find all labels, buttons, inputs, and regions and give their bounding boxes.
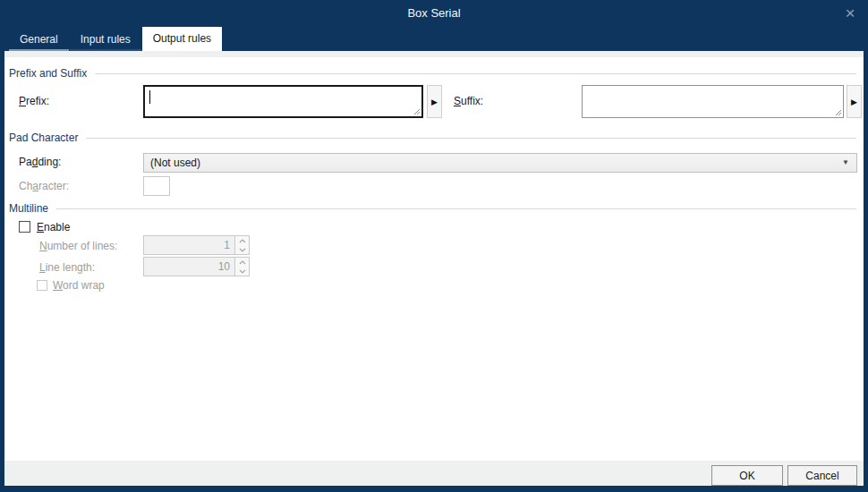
tab-output-rules[interactable]: Output rules [142,27,222,51]
tab-strip: General Input rules Output rules [4,27,864,51]
word-wrap-label: Word wrap [53,279,105,292]
number-of-lines-input[interactable]: 1 [143,235,235,255]
section-multiline-header: Multiline [9,202,856,215]
chevron-down-icon [239,248,246,252]
suffix-label: Suffix: [454,95,483,107]
section-prefix-suffix-header: Prefix and Suffix [9,67,856,80]
section-title: Prefix and Suffix [9,67,87,80]
right-arrow-icon: ▶ [851,98,857,106]
suffix-input[interactable] [582,85,844,118]
cancel-button[interactable]: Cancel [787,465,857,486]
line-length-label: Line length: [39,261,95,274]
content-top-strip [4,51,864,57]
chevron-down-icon [239,269,246,274]
character-input[interactable] [143,176,170,196]
resize-grip-icon[interactable] [412,106,421,115]
spinner-buttons [235,257,250,276]
resize-grip-icon[interactable] [833,107,842,116]
enable-checkbox[interactable] [19,221,30,233]
padding-selected-value: (Not used) [150,157,200,169]
dialog-title: Box Serial [0,6,868,20]
section-title: Pad Character [9,131,78,144]
enable-label: Enable [37,221,70,233]
ok-button[interactable]: OK [711,465,783,486]
box-serial-dialog: Box Serial × General Input rules Output … [0,0,868,492]
section-divider [56,208,856,209]
padding-label: Padding: [19,156,61,168]
prefix-expand-button[interactable]: ▶ [427,85,442,118]
section-divider [86,138,856,139]
prefix-label: Prefix: [19,95,49,107]
number-of-lines-spinner: 1 [143,235,250,255]
suffix-expand-button[interactable]: ▶ [847,85,862,118]
prefix-input[interactable] [143,85,423,118]
spin-down-button[interactable] [235,267,249,276]
character-label: Character: [19,180,69,192]
tab-input-rules[interactable]: Input rules [70,29,141,51]
tab-general[interactable]: General [9,29,69,51]
section-divider [95,73,856,74]
spin-up-button[interactable] [235,236,249,245]
word-wrap-checkbox[interactable] [37,280,47,291]
line-length-spinner: 10 [143,257,250,276]
number-of-lines-label: Number of lines: [39,240,117,252]
chevron-up-icon [239,239,246,243]
spin-down-button[interactable] [235,245,249,254]
spinner-buttons [235,235,250,255]
section-title: Multiline [9,202,48,215]
section-pad-character-header: Pad Character [9,131,856,144]
padding-dropdown[interactable]: (Not used) ▼ [143,153,857,173]
line-length-input[interactable]: 10 [143,257,235,276]
text-caret [149,90,150,104]
chevron-down-icon: ▼ [842,154,849,172]
close-icon[interactable]: × [839,3,861,24]
right-arrow-icon: ▶ [431,98,438,106]
title-bar: Box Serial × [0,0,868,27]
chevron-up-icon [239,260,246,265]
spin-up-button[interactable] [235,258,249,267]
